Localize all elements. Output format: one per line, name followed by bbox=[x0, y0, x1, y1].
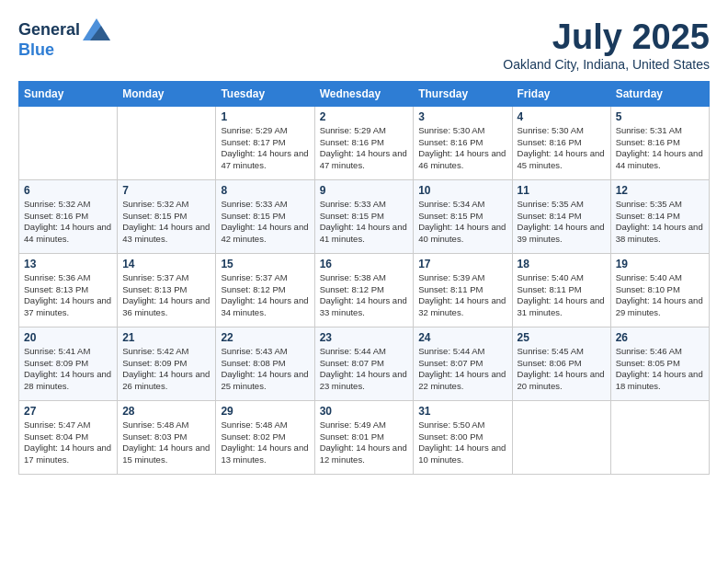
logo-blue-text: Blue bbox=[18, 40, 54, 59]
column-header-tuesday: Tuesday bbox=[216, 81, 314, 106]
day-number: 6 bbox=[24, 184, 112, 197]
calendar-cell: 31Sunrise: 5:50 AM Sunset: 8:00 PM Dayli… bbox=[414, 400, 512, 474]
cell-content: Sunrise: 5:43 AM Sunset: 8:08 PM Dayligh… bbox=[221, 346, 309, 393]
cell-content: Sunrise: 5:49 AM Sunset: 8:01 PM Dayligh… bbox=[320, 419, 409, 466]
day-number: 27 bbox=[24, 405, 112, 418]
header-row: SundayMondayTuesdayWednesdayThursdayFrid… bbox=[19, 81, 710, 106]
calendar-cell: 23Sunrise: 5:44 AM Sunset: 8:07 PM Dayli… bbox=[314, 327, 414, 400]
day-number: 21 bbox=[122, 331, 210, 344]
cell-content: Sunrise: 5:32 AM Sunset: 8:16 PM Dayligh… bbox=[24, 199, 112, 246]
cell-content: Sunrise: 5:37 AM Sunset: 8:12 PM Dayligh… bbox=[221, 272, 309, 319]
day-number: 20 bbox=[24, 331, 112, 344]
cell-content: Sunrise: 5:39 AM Sunset: 8:11 PM Dayligh… bbox=[418, 272, 506, 319]
cell-content: Sunrise: 5:29 AM Sunset: 8:16 PM Dayligh… bbox=[320, 125, 409, 172]
cell-content: Sunrise: 5:48 AM Sunset: 8:03 PM Dayligh… bbox=[122, 419, 210, 466]
day-number: 7 bbox=[122, 184, 210, 197]
column-header-friday: Friday bbox=[512, 81, 610, 106]
calendar-cell: 28Sunrise: 5:48 AM Sunset: 8:03 PM Dayli… bbox=[118, 400, 216, 474]
calendar-cell: 2Sunrise: 5:29 AM Sunset: 8:16 PM Daylig… bbox=[314, 106, 414, 179]
day-number: 2 bbox=[320, 110, 409, 123]
column-header-saturday: Saturday bbox=[610, 81, 709, 106]
calendar-cell: 19Sunrise: 5:40 AM Sunset: 8:10 PM Dayli… bbox=[610, 253, 709, 327]
cell-content: Sunrise: 5:35 AM Sunset: 8:14 PM Dayligh… bbox=[518, 199, 606, 246]
calendar-cell: 22Sunrise: 5:43 AM Sunset: 8:08 PM Dayli… bbox=[216, 327, 314, 400]
title-block: July 2025 Oakland City, Indiana, United … bbox=[503, 18, 710, 72]
calendar-cell: 16Sunrise: 5:38 AM Sunset: 8:12 PM Dayli… bbox=[314, 253, 414, 327]
week-row-4: 20Sunrise: 5:41 AM Sunset: 8:09 PM Dayli… bbox=[19, 327, 710, 400]
calendar-cell: 18Sunrise: 5:40 AM Sunset: 8:11 PM Dayli… bbox=[512, 253, 610, 327]
calendar-cell: 12Sunrise: 5:35 AM Sunset: 8:14 PM Dayli… bbox=[610, 179, 709, 253]
day-number: 26 bbox=[616, 331, 704, 344]
cell-content: Sunrise: 5:33 AM Sunset: 8:15 PM Dayligh… bbox=[221, 199, 309, 246]
cell-content: Sunrise: 5:50 AM Sunset: 8:00 PM Dayligh… bbox=[418, 419, 506, 466]
calendar-cell: 11Sunrise: 5:35 AM Sunset: 8:14 PM Dayli… bbox=[512, 179, 610, 253]
calendar-cell bbox=[118, 106, 216, 179]
calendar-cell: 1Sunrise: 5:29 AM Sunset: 8:17 PM Daylig… bbox=[216, 106, 314, 179]
cell-content: Sunrise: 5:42 AM Sunset: 8:09 PM Dayligh… bbox=[122, 346, 210, 393]
cell-content: Sunrise: 5:47 AM Sunset: 8:04 PM Dayligh… bbox=[24, 419, 112, 466]
day-number: 31 bbox=[418, 405, 506, 418]
calendar-cell: 25Sunrise: 5:45 AM Sunset: 8:06 PM Dayli… bbox=[512, 327, 610, 400]
calendar-cell: 27Sunrise: 5:47 AM Sunset: 8:04 PM Dayli… bbox=[19, 400, 118, 474]
calendar-cell: 6Sunrise: 5:32 AM Sunset: 8:16 PM Daylig… bbox=[19, 179, 118, 253]
day-number: 14 bbox=[122, 258, 210, 270]
day-number: 28 bbox=[122, 405, 210, 418]
cell-content: Sunrise: 5:29 AM Sunset: 8:17 PM Dayligh… bbox=[221, 125, 309, 172]
day-number: 8 bbox=[221, 184, 309, 197]
day-number: 5 bbox=[616, 110, 704, 123]
cell-content: Sunrise: 5:38 AM Sunset: 8:12 PM Dayligh… bbox=[320, 272, 409, 319]
day-number: 25 bbox=[518, 331, 606, 344]
day-number: 22 bbox=[221, 331, 309, 344]
calendar-cell: 10Sunrise: 5:34 AM Sunset: 8:15 PM Dayli… bbox=[414, 179, 512, 253]
cell-content: Sunrise: 5:30 AM Sunset: 8:16 PM Dayligh… bbox=[518, 125, 606, 172]
cell-content: Sunrise: 5:35 AM Sunset: 8:14 PM Dayligh… bbox=[616, 199, 704, 246]
cell-content: Sunrise: 5:41 AM Sunset: 8:09 PM Dayligh… bbox=[24, 346, 112, 393]
day-number: 29 bbox=[221, 405, 309, 418]
calendar-cell: 30Sunrise: 5:49 AM Sunset: 8:01 PM Dayli… bbox=[314, 400, 414, 474]
calendar-cell bbox=[19, 106, 118, 179]
day-number: 11 bbox=[518, 184, 606, 197]
month-title: July 2025 bbox=[503, 18, 710, 57]
column-header-monday: Monday bbox=[118, 81, 216, 106]
day-number: 15 bbox=[221, 258, 309, 270]
calendar-cell: 8Sunrise: 5:33 AM Sunset: 8:15 PM Daylig… bbox=[216, 179, 314, 253]
day-number: 19 bbox=[616, 258, 704, 270]
cell-content: Sunrise: 5:37 AM Sunset: 8:13 PM Dayligh… bbox=[122, 272, 210, 319]
calendar-cell: 14Sunrise: 5:37 AM Sunset: 8:13 PM Dayli… bbox=[118, 253, 216, 327]
logo: General Blue bbox=[18, 18, 110, 60]
cell-content: Sunrise: 5:33 AM Sunset: 8:15 PM Dayligh… bbox=[320, 199, 409, 246]
calendar-cell: 7Sunrise: 5:32 AM Sunset: 8:15 PM Daylig… bbox=[118, 179, 216, 253]
week-row-5: 27Sunrise: 5:47 AM Sunset: 8:04 PM Dayli… bbox=[19, 400, 710, 474]
location-title: Oakland City, Indiana, United States bbox=[503, 57, 710, 72]
calendar-cell: 9Sunrise: 5:33 AM Sunset: 8:15 PM Daylig… bbox=[314, 179, 414, 253]
calendar-cell: 24Sunrise: 5:44 AM Sunset: 8:07 PM Dayli… bbox=[414, 327, 512, 400]
week-row-2: 6Sunrise: 5:32 AM Sunset: 8:16 PM Daylig… bbox=[19, 179, 710, 253]
cell-content: Sunrise: 5:30 AM Sunset: 8:16 PM Dayligh… bbox=[418, 125, 506, 172]
day-number: 10 bbox=[418, 184, 506, 197]
week-row-3: 13Sunrise: 5:36 AM Sunset: 8:13 PM Dayli… bbox=[19, 253, 710, 327]
calendar-body: 1Sunrise: 5:29 AM Sunset: 8:17 PM Daylig… bbox=[19, 106, 710, 474]
calendar-table: SundayMondayTuesdayWednesdayThursdayFrid… bbox=[18, 81, 710, 475]
column-header-sunday: Sunday bbox=[19, 81, 118, 106]
calendar-cell: 15Sunrise: 5:37 AM Sunset: 8:12 PM Dayli… bbox=[216, 253, 314, 327]
calendar-cell: 4Sunrise: 5:30 AM Sunset: 8:16 PM Daylig… bbox=[512, 106, 610, 179]
cell-content: Sunrise: 5:48 AM Sunset: 8:02 PM Dayligh… bbox=[221, 419, 309, 466]
day-number: 17 bbox=[418, 258, 506, 270]
day-number: 24 bbox=[418, 331, 506, 344]
day-number: 4 bbox=[518, 110, 606, 123]
column-header-thursday: Thursday bbox=[414, 81, 512, 106]
week-row-1: 1Sunrise: 5:29 AM Sunset: 8:17 PM Daylig… bbox=[19, 106, 710, 179]
calendar-header: SundayMondayTuesdayWednesdayThursdayFrid… bbox=[19, 81, 710, 106]
cell-content: Sunrise: 5:44 AM Sunset: 8:07 PM Dayligh… bbox=[320, 346, 409, 393]
cell-content: Sunrise: 5:40 AM Sunset: 8:11 PM Dayligh… bbox=[518, 272, 606, 319]
day-number: 3 bbox=[418, 110, 506, 123]
calendar-cell: 5Sunrise: 5:31 AM Sunset: 8:16 PM Daylig… bbox=[610, 106, 709, 179]
day-number: 18 bbox=[518, 258, 606, 270]
calendar-cell: 21Sunrise: 5:42 AM Sunset: 8:09 PM Dayli… bbox=[118, 327, 216, 400]
day-number: 9 bbox=[320, 184, 409, 197]
day-number: 16 bbox=[320, 258, 409, 270]
logo-icon bbox=[83, 18, 110, 40]
cell-content: Sunrise: 5:40 AM Sunset: 8:10 PM Dayligh… bbox=[616, 272, 704, 319]
column-header-wednesday: Wednesday bbox=[314, 81, 414, 106]
calendar-cell: 26Sunrise: 5:46 AM Sunset: 8:05 PM Dayli… bbox=[610, 327, 709, 400]
